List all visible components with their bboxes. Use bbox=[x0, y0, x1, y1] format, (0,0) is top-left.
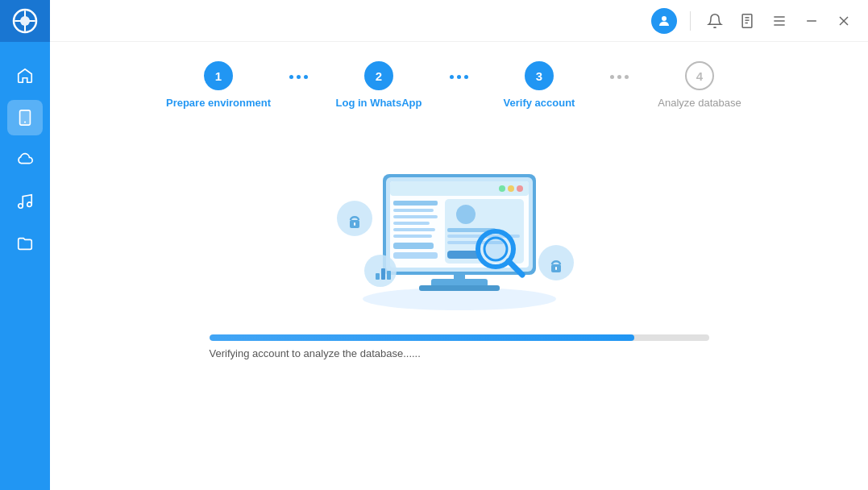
svg-rect-47 bbox=[354, 222, 355, 226]
step-2: 2 Log in WhatsApp bbox=[314, 61, 443, 109]
sidebar-item-device[interactable] bbox=[7, 100, 43, 135]
progress-container: Verifying account to analyze the databas… bbox=[210, 334, 709, 359]
sidebar-logo[interactable] bbox=[0, 0, 50, 42]
svg-point-27 bbox=[499, 185, 505, 192]
cloud-icon bbox=[16, 151, 34, 168]
dot bbox=[289, 75, 293, 79]
svg-rect-7 bbox=[742, 14, 752, 27]
minimize-button[interactable] bbox=[800, 10, 823, 32]
step-dots-1 bbox=[283, 75, 314, 79]
titlebar bbox=[50, 0, 868, 42]
svg-rect-30 bbox=[393, 215, 438, 218]
svg-rect-51 bbox=[387, 271, 391, 280]
dot bbox=[457, 75, 461, 79]
main-content: 1 Prepare environment 2 Log in WhatsApp … bbox=[50, 0, 868, 490]
folder-icon bbox=[16, 235, 34, 252]
svg-point-5 bbox=[27, 202, 32, 206]
svg-point-3 bbox=[24, 121, 26, 122]
document-button[interactable] bbox=[736, 10, 758, 32]
sidebar-item-music[interactable] bbox=[7, 184, 43, 219]
svg-rect-28 bbox=[393, 201, 438, 206]
logo-icon bbox=[12, 8, 38, 34]
progress-label: Verifying account to analyze the databas… bbox=[210, 347, 709, 359]
svg-rect-54 bbox=[555, 267, 557, 270]
svg-rect-31 bbox=[393, 222, 430, 225]
music-icon bbox=[16, 193, 34, 210]
user-avatar[interactable] bbox=[651, 8, 677, 34]
minimize-icon bbox=[804, 13, 820, 29]
close-button[interactable] bbox=[833, 10, 855, 32]
step-2-circle: 2 bbox=[364, 61, 393, 90]
bell-button[interactable] bbox=[704, 10, 726, 32]
svg-point-26 bbox=[508, 185, 514, 192]
titlebar-actions bbox=[651, 8, 855, 34]
sidebar bbox=[0, 0, 50, 490]
menu-icon bbox=[771, 13, 787, 29]
svg-rect-29 bbox=[393, 209, 434, 212]
user-avatar-icon bbox=[657, 14, 671, 28]
svg-rect-33 bbox=[393, 235, 432, 238]
progress-fill bbox=[210, 334, 634, 341]
step-4-circle: 4 bbox=[685, 61, 714, 90]
step-2-label: Log in WhatsApp bbox=[336, 97, 422, 109]
step-4: 4 Analyze database bbox=[635, 61, 764, 109]
dot bbox=[464, 75, 468, 79]
sidebar-item-home[interactable] bbox=[7, 58, 43, 93]
menu-button[interactable] bbox=[768, 10, 791, 32]
step-3: 3 Verify account bbox=[475, 61, 604, 109]
device-icon bbox=[16, 109, 34, 127]
svg-point-4 bbox=[19, 204, 23, 209]
step-1-label: Prepare environment bbox=[166, 97, 271, 109]
bell-icon bbox=[707, 13, 723, 29]
sidebar-navigation bbox=[0, 58, 50, 261]
svg-point-48 bbox=[364, 255, 397, 287]
dot bbox=[610, 75, 614, 79]
svg-point-1 bbox=[20, 16, 30, 26]
dot bbox=[297, 75, 301, 79]
sidebar-item-cloud[interactable] bbox=[7, 142, 43, 177]
svg-rect-34 bbox=[393, 243, 434, 249]
sidebar-item-folder[interactable] bbox=[7, 226, 43, 261]
svg-point-17 bbox=[363, 288, 556, 310]
step-1-circle: 1 bbox=[204, 61, 233, 90]
close-icon bbox=[836, 13, 852, 29]
dot bbox=[450, 75, 454, 79]
step-dots-3 bbox=[604, 75, 635, 79]
dot bbox=[625, 75, 629, 79]
home-icon bbox=[16, 67, 34, 85]
svg-point-37 bbox=[456, 205, 476, 224]
step-4-label: Analyze database bbox=[658, 97, 741, 109]
svg-point-6 bbox=[662, 16, 667, 21]
svg-rect-50 bbox=[381, 268, 385, 280]
svg-point-25 bbox=[517, 185, 523, 192]
svg-rect-49 bbox=[376, 273, 380, 280]
illustration bbox=[306, 130, 613, 315]
svg-rect-32 bbox=[393, 228, 435, 231]
steps-bar: 1 Prepare environment 2 Log in WhatsApp … bbox=[50, 42, 868, 122]
main-body: Verifying account to analyze the databas… bbox=[50, 122, 868, 490]
dot bbox=[617, 75, 621, 79]
document-icon bbox=[739, 13, 755, 29]
step-dots-2 bbox=[443, 75, 475, 79]
step-1: 1 Prepare environment bbox=[154, 61, 283, 109]
step-3-label: Verify account bbox=[504, 97, 575, 109]
progress-track bbox=[210, 334, 709, 341]
verify-illustration bbox=[306, 130, 613, 315]
svg-rect-35 bbox=[393, 252, 438, 259]
svg-point-43 bbox=[484, 238, 507, 260]
titlebar-divider bbox=[690, 11, 691, 31]
dot bbox=[304, 75, 308, 79]
svg-rect-19 bbox=[419, 285, 500, 291]
svg-point-52 bbox=[538, 245, 574, 280]
svg-rect-41 bbox=[447, 251, 480, 259]
step-3-circle: 3 bbox=[525, 61, 554, 90]
svg-point-45 bbox=[337, 201, 372, 236]
